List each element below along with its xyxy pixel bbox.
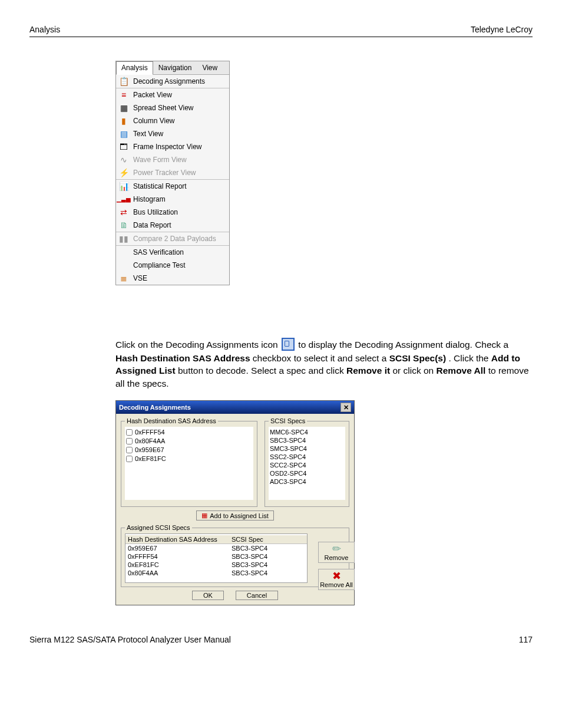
footer-page-number: 117	[519, 635, 533, 644]
page-header: Analysis Teledyne LeCroy	[29, 25, 533, 37]
specs-legend: SCSI Specs	[269, 417, 307, 424]
page-footer: Sierra M122 SAS/SATA Protocol Analyzer U…	[29, 635, 533, 644]
close-icon[interactable]: ✕	[340, 403, 351, 412]
dialog-titlebar: Decoding Assignments ✕	[116, 401, 354, 414]
remove-all-icon: ✖	[320, 571, 353, 581]
hash-checkbox[interactable]	[126, 438, 133, 444]
text-icon: ▤	[119, 129, 128, 139]
eraser-icon: ✏	[320, 543, 353, 554]
compare-icon: ▮▮	[119, 234, 128, 243]
hash-item[interactable]: 0xFFFF54	[126, 428, 252, 437]
blank-icon	[119, 261, 128, 270]
menu-packet-view[interactable]: ≡ Packet View	[116, 88, 229, 101]
table-row[interactable]: 0xFFFF54SBC3-SPC4	[125, 552, 307, 561]
header-left: Analysis	[29, 25, 60, 34]
vse-icon: ≣	[119, 274, 128, 283]
ok-button[interactable]: OK	[192, 591, 224, 600]
table-header: Hash Destination SAS Address SCSI Spec	[125, 535, 307, 544]
hash-item[interactable]: 0x959E67	[126, 446, 252, 454]
analysis-menu: Analysis Navigation View 📋 Decoding Assi…	[115, 61, 230, 285]
spec-item[interactable]: SMC3-SPC4	[270, 444, 344, 453]
hash-checkbox[interactable]	[126, 429, 133, 436]
menu-decoding-assignments[interactable]: 📋 Decoding Assignments	[116, 75, 229, 88]
menu-data-report[interactable]: 🗎 Data Report	[116, 219, 229, 232]
spec-item[interactable]: SSC2-SPC4	[270, 453, 344, 461]
packet-icon: ≡	[119, 90, 128, 100]
cancel-button[interactable]: Cancel	[236, 591, 278, 600]
remove-all-button[interactable]: ✖ Remove All	[318, 569, 355, 590]
menu-statistical-report[interactable]: 📊 Statistical Report	[116, 180, 229, 193]
assigned-specs-group: Assigned SCSI Specs Hash Destination SAS…	[121, 524, 349, 587]
spec-item[interactable]: SBC3-SPC4	[270, 436, 344, 444]
menu-compliance-test[interactable]: Compliance Test	[116, 259, 229, 272]
body-paragraph: Click on the Decoding Assignments icon t…	[115, 338, 533, 390]
histogram-icon: ▁▃▅	[119, 195, 128, 204]
spec-item[interactable]: SCC2-SPC4	[270, 461, 344, 469]
scsi-specs-group: SCSI Specs MMC6-SPC4 SBC3-SPC4 SMC3-SPC4…	[265, 417, 349, 507]
header-right: Teledyne LeCroy	[471, 25, 533, 34]
spec-item[interactable]: MMC6-SPC4	[270, 428, 344, 436]
remove-button[interactable]: ✏ Remove	[318, 542, 355, 563]
tab-view[interactable]: View	[197, 61, 223, 74]
decoding-assignments-icon	[282, 338, 295, 351]
hash-item[interactable]: 0xEF81FC	[126, 454, 252, 463]
tab-navigation[interactable]: Navigation	[153, 61, 197, 74]
assigned-legend: Assigned SCSI Specs	[125, 524, 192, 531]
decoding-icon: 📋	[119, 77, 128, 86]
column-icon: ▮	[119, 116, 128, 126]
hash-checkbox[interactable]	[126, 456, 133, 462]
spec-item[interactable]: ADC3-SPC4	[270, 477, 344, 486]
grid-icon: ▦	[119, 103, 128, 113]
hash-address-group: Hash Destination SAS Address 0xFFFF54 0x…	[121, 417, 257, 507]
stat-icon: 📊	[119, 182, 128, 191]
bus-icon: ⇄	[119, 207, 128, 217]
assigned-table[interactable]: Hash Destination SAS Address SCSI Spec 0…	[125, 533, 308, 583]
table-row[interactable]: 0xEF81FCSBC3-SPC4	[125, 561, 307, 569]
wave-icon: ∿	[119, 155, 128, 164]
menu-spread-sheet-view[interactable]: ▦ Spread Sheet View	[116, 101, 229, 114]
hash-checkbox[interactable]	[126, 447, 133, 453]
specs-list[interactable]: MMC6-SPC4 SBC3-SPC4 SMC3-SPC4 SSC2-SPC4 …	[269, 427, 345, 500]
table-row[interactable]: 0x959E67SBC3-SPC4	[125, 544, 307, 552]
menu-histogram[interactable]: ▁▃▅ Histogram	[116, 193, 229, 206]
hash-legend: Hash Destination SAS Address	[125, 417, 218, 424]
dialog-title: Decoding Assignments	[119, 404, 191, 411]
hash-item[interactable]: 0x80F4AA	[126, 437, 252, 446]
menu-vse[interactable]: ≣ VSE	[116, 272, 229, 285]
footer-left: Sierra M122 SAS/SATA Protocol Analyzer U…	[29, 635, 231, 644]
add-to-assigned-button[interactable]: ▦ Add to Assigned List	[196, 510, 274, 521]
blank-icon	[119, 248, 128, 257]
menu-frame-inspector-view[interactable]: 🗔 Frame Inspector View	[116, 140, 229, 153]
menu-power-tracker-view: ⚡ Power Tracker View	[116, 166, 229, 179]
menu-column-view[interactable]: ▮ Column View	[116, 114, 229, 127]
spec-item[interactable]: OSD2-SPC4	[270, 469, 344, 477]
menu-bus-utilization[interactable]: ⇄ Bus Utilization	[116, 206, 229, 219]
data-icon: 🗎	[119, 220, 128, 230]
table-row[interactable]: 0x80F4AASBC3-SPC4	[125, 569, 307, 577]
menu-sas-verification[interactable]: SAS Verification	[116, 246, 229, 259]
frame-icon: 🗔	[119, 142, 128, 151]
tab-analysis[interactable]: Analysis	[116, 61, 153, 75]
menu-compare-payloads: ▮▮ Compare 2 Data Payloads	[116, 232, 229, 245]
menu-wave-form-view: ∿ Wave Form View	[116, 153, 229, 166]
decoding-assignments-dialog: Decoding Assignments ✕ Hash Destination …	[115, 400, 355, 605]
power-icon: ⚡	[119, 168, 128, 177]
menu-tabs: Analysis Navigation View	[116, 61, 229, 75]
add-icon: ▦	[201, 512, 207, 519]
menu-text-view[interactable]: ▤ Text View	[116, 127, 229, 140]
